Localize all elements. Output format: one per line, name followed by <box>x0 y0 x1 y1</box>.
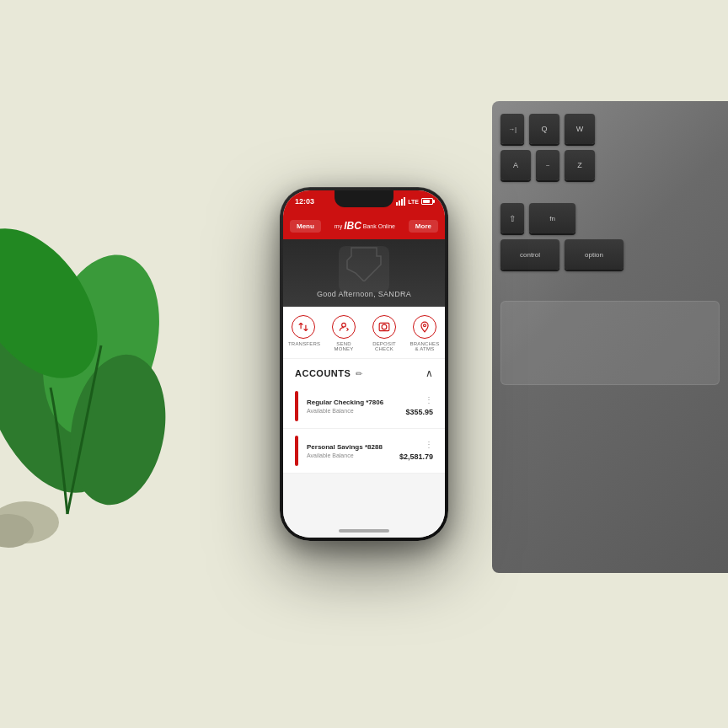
accounts-section: ACCOUNTS ✏ ∧ Regular Checking *7806 Avai… <box>283 359 445 538</box>
svg-point-7 <box>382 324 387 329</box>
account-name-savings: Personal Savings *8288 <box>307 443 399 451</box>
transfers-icon <box>292 315 315 339</box>
send-money-icon <box>332 315 356 339</box>
phone-notch <box>335 190 393 207</box>
menu-button[interactable]: Menu <box>290 220 321 233</box>
key-option: option <box>565 239 624 270</box>
branches-icon <box>413 315 436 339</box>
app-header: Menu myIBCBank Online More <box>283 212 445 239</box>
more-options-checking[interactable]: ⋮ <box>425 396 433 404</box>
welcome-banner: Good Afternoon, SANDRA <box>283 239 445 307</box>
scene: →| Q W A ~ Z ⇧ fn control opt <box>0 0 728 728</box>
key-w: W <box>565 114 595 144</box>
account-balance-checking: $355.95 <box>405 408 433 416</box>
signal-indicator <box>396 197 405 206</box>
account-balance-label-savings: Available Balance <box>307 452 399 458</box>
account-card-savings[interactable]: Personal Savings *8288 Available Balance… <box>283 429 445 474</box>
laptop: →| Q W A ~ Z ⇧ fn control opt <box>492 101 728 573</box>
key-fn: fn <box>529 203 575 233</box>
deposit-check-label: DEPOSIT CHECK <box>369 341 399 351</box>
branches-label: BRANCHES & ATMS <box>410 341 440 351</box>
more-options-savings[interactable]: ⋮ <box>425 441 433 449</box>
app-logo: myIBCBank Online <box>335 220 395 232</box>
quick-actions: TRANSFERS SEND MONEY <box>283 307 445 359</box>
key-tab: →| <box>500 114 524 144</box>
account-info-checking: Regular Checking *7806 Available Balance <box>307 399 405 414</box>
collapse-icon[interactable]: ∧ <box>426 367 433 379</box>
action-transfers[interactable]: TRANSFERS <box>288 315 318 351</box>
transfers-label: TRANSFERS <box>288 341 318 346</box>
svg-point-9 <box>424 324 426 327</box>
status-icons: LTE <box>396 197 433 206</box>
account-name-checking: Regular Checking *7806 <box>307 399 405 406</box>
account-info-savings: Personal Savings *8288 Available Balance <box>307 443 399 458</box>
action-deposit-check[interactable]: DEPOSIT CHECK <box>369 315 399 351</box>
edit-icon[interactable]: ✏ <box>356 369 362 378</box>
account-right-checking: ⋮ $355.95 <box>405 396 433 416</box>
status-time: 12:03 <box>295 197 314 206</box>
account-indicator-savings <box>295 436 298 466</box>
phone: 12:03 LTE <box>280 187 448 541</box>
account-indicator <box>295 391 298 421</box>
accounts-header: ACCOUNTS ✏ ∧ <box>283 359 445 384</box>
key-shift: ⇧ <box>500 203 524 233</box>
accounts-title: ACCOUNTS <box>295 368 351 378</box>
key-q: Q <box>529 114 559 144</box>
account-card-checking[interactable]: Regular Checking *7806 Available Balance… <box>283 384 445 429</box>
plant-decoration <box>0 135 169 556</box>
send-money-label: SEND MONEY <box>329 341 359 351</box>
more-button[interactable]: More <box>409 220 438 233</box>
key-tilde: ~ <box>536 150 559 180</box>
key-control: control <box>500 239 559 270</box>
accounts-title-row: ACCOUNTS ✏ <box>295 368 362 378</box>
deposit-check-icon <box>372 315 396 339</box>
action-branches[interactable]: BRANCHES & ATMS <box>410 315 440 351</box>
texas-watermark <box>343 244 385 281</box>
svg-point-6 <box>342 323 346 327</box>
home-indicator <box>339 529 389 533</box>
account-balance-label-checking: Available Balance <box>307 408 405 414</box>
key-a: A <box>500 150 531 180</box>
battery-icon <box>421 198 433 205</box>
account-balance-savings: $2,581.79 <box>399 452 433 461</box>
lte-label: LTE <box>408 199 419 205</box>
account-right-savings: ⋮ $2,581.79 <box>399 441 433 461</box>
action-send-money[interactable]: SEND MONEY <box>329 315 359 351</box>
greeting-text: Good Afternoon, SANDRA <box>317 290 411 298</box>
key-z: Z <box>565 150 595 180</box>
